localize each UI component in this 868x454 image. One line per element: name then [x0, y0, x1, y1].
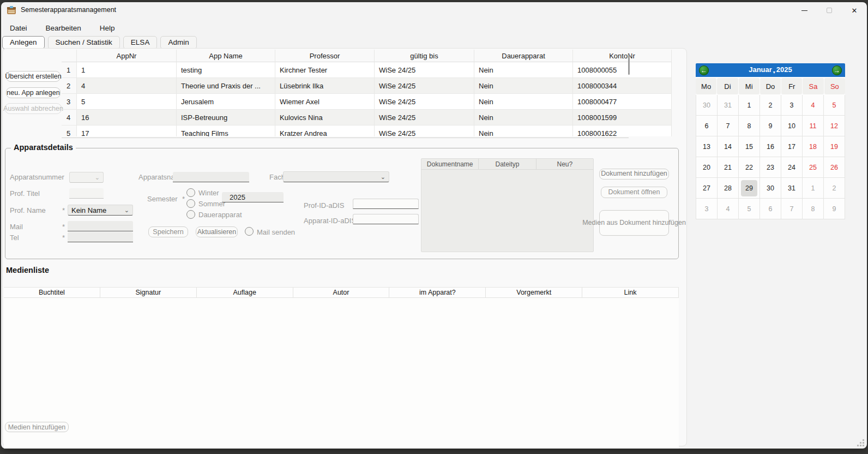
- semester-year-input[interactable]: 2025: [222, 192, 284, 202]
- apps-table-scrollbar[interactable]: [628, 54, 630, 75]
- table-cell: Nein: [474, 110, 573, 126]
- calendar-day-8[interactable]: 8: [739, 116, 760, 136]
- calendar-day-4[interactable]: 4: [803, 95, 823, 115]
- calendar-day-3[interactable]: 3: [696, 199, 717, 219]
- column-header-gültig-bis[interactable]: gültig bis: [375, 50, 474, 62]
- calendar-day-4[interactable]: 4: [718, 199, 738, 219]
- table-row[interactable]: 35JerusalemWiemer AxelWiSe 24/25Nein1008…: [62, 94, 673, 110]
- medien-aus-dokument-button[interactable]: Medien aus Dokument hinzufügen: [599, 210, 669, 236]
- menu-item-help[interactable]: Help: [94, 22, 120, 34]
- speichern-button[interactable]: Speichern: [148, 226, 188, 237]
- calendar-day-12[interactable]: 12: [824, 116, 845, 136]
- table-cell: 1008000055: [573, 62, 672, 78]
- column-header-appnr[interactable]: AppNr: [77, 50, 177, 62]
- menu-item-datei[interactable]: Datei: [4, 22, 33, 34]
- calendar-day-30[interactable]: 30: [760, 178, 781, 198]
- calendar-day-5[interactable]: 5: [824, 95, 845, 115]
- maximize-button[interactable]: [817, 2, 842, 19]
- dauerapparat-radio[interactable]: [186, 210, 195, 219]
- calendar-day-1[interactable]: 1: [803, 178, 823, 198]
- table-row[interactable]: 11testingKirchner TesterWiSe 24/25Nein10…: [62, 62, 673, 78]
- sommer-radio[interactable]: [186, 199, 195, 208]
- calendar-day-28[interactable]: 28: [718, 178, 738, 198]
- tab-suchen-statistik[interactable]: Suchen / Statistik: [48, 36, 120, 49]
- calendar-title[interactable]: Januar▾2025: [696, 65, 845, 75]
- dokument-oeffnen-button[interactable]: Dokument öffnen: [601, 187, 667, 198]
- calendar-day-23[interactable]: 23: [760, 157, 781, 177]
- calendar-day-27[interactable]: 27: [696, 178, 717, 198]
- calendar-day-8[interactable]: 8: [803, 199, 823, 219]
- calendar-day-19[interactable]: 19: [824, 136, 845, 157]
- calendar-day-6[interactable]: 6: [760, 199, 781, 219]
- dauerapparat-radio-label: Dauerapparat: [198, 211, 242, 219]
- calendar-day-6[interactable]: 6: [696, 116, 717, 136]
- winter-radio[interactable]: [186, 188, 195, 197]
- prof-id-input[interactable]: [353, 199, 419, 209]
- mail-senden-checkbox[interactable]: [245, 227, 254, 236]
- calendar-day-11[interactable]: 11: [803, 116, 823, 136]
- menu-item-bearbeiten[interactable]: Bearbeiten: [40, 22, 87, 34]
- table-row[interactable]: 416ISP-BetreuungKulovics NinaWiSe 24/25N…: [62, 110, 673, 126]
- mail-input[interactable]: [68, 221, 133, 231]
- table-row[interactable]: 24Theorie und Praxis der ...Lüsebrink Il…: [62, 78, 673, 94]
- tab-anlegen[interactable]: Anlegen: [2, 36, 45, 49]
- calendar-day-17[interactable]: 17: [781, 136, 802, 157]
- chevron-down-icon: ⌄: [95, 176, 100, 180]
- calendar-day-9[interactable]: 9: [824, 199, 845, 219]
- tab-admin[interactable]: Admin: [160, 36, 196, 49]
- tel-input[interactable]: [68, 232, 133, 242]
- calendar-day-2[interactable]: 2: [760, 95, 781, 115]
- calendar-day-1[interactable]: 1: [739, 95, 760, 115]
- close-button[interactable]: ✕: [842, 2, 867, 19]
- sidebar-button-auswahl-abbrechen: Auswahl abbrechen: [5, 103, 62, 114]
- apparatsname-input[interactable]: [173, 172, 249, 182]
- calendar-day-2[interactable]: 2: [824, 178, 845, 198]
- calendar-day-25[interactable]: 25: [803, 157, 823, 177]
- arrow-right-icon: →: [834, 67, 840, 74]
- aktualisieren-button[interactable]: Aktualisieren: [196, 226, 238, 237]
- calendar-day-5[interactable]: 5: [739, 199, 760, 219]
- minimize-button[interactable]: [792, 2, 817, 19]
- calendar-day-15[interactable]: 15: [739, 136, 760, 157]
- calendar-day-10[interactable]: 10: [781, 116, 802, 136]
- calendar-next-button[interactable]: →: [832, 65, 842, 75]
- calendar-day-26[interactable]: 26: [824, 157, 845, 177]
- calendar-day-18[interactable]: 18: [803, 136, 823, 157]
- arrow-left-icon: ←: [701, 67, 707, 74]
- calendar-day-29[interactable]: 29: [739, 178, 760, 198]
- apparatsdetails-group: Apparatsdetails Apparatsnummer ⌄ Apparat…: [5, 148, 679, 259]
- calendar-dayname-so: So: [824, 78, 845, 94]
- prof-name-select[interactable]: Kein Name⌄: [68, 205, 133, 216]
- column-header-dauerapparat[interactable]: Dauerapparat: [474, 50, 573, 62]
- calendar-day-13[interactable]: 13: [696, 136, 717, 157]
- media-column-autor: Autor: [293, 288, 390, 298]
- calendar-day-31[interactable]: 31: [718, 95, 738, 115]
- calendar-day-31[interactable]: 31: [781, 178, 802, 198]
- table-row[interactable]: 517Teaching FilmsKratzer AndreaWiSe 24/2…: [62, 126, 673, 136]
- calendar-day-3[interactable]: 3: [781, 95, 802, 115]
- dokument-hinzufuegen-button[interactable]: Dokument hinzufügen: [599, 169, 669, 180]
- table-cell: Kulovics Nina: [275, 110, 375, 126]
- resize-grip[interactable]: [858, 440, 864, 446]
- calendar-day-30[interactable]: 30: [696, 95, 717, 115]
- calendar-day-21[interactable]: 21: [718, 157, 738, 177]
- calendar-day-24[interactable]: 24: [781, 157, 802, 177]
- calendar-day-14[interactable]: 14: [718, 136, 738, 157]
- calendar-day-7[interactable]: 7: [781, 199, 802, 219]
- medienliste-header: BuchtitelSignaturAuflageAutorim Apparat?…: [4, 287, 679, 298]
- apparat-id-input[interactable]: [353, 214, 419, 224]
- column-header-app-name[interactable]: App Name: [177, 50, 275, 62]
- sidebar-button-übersicht-erstellen[interactable]: Übersicht erstellen: [6, 71, 61, 82]
- column-header-kontonr[interactable]: KontoNr: [573, 50, 672, 62]
- fach-select[interactable]: ⌄: [283, 171, 389, 182]
- calendar-day-22[interactable]: 22: [739, 157, 760, 177]
- calendar-prev-button[interactable]: ←: [699, 65, 709, 75]
- calendar-day-20[interactable]: 20: [696, 157, 717, 177]
- calendar-day-9[interactable]: 9: [760, 116, 781, 136]
- tab-elsa[interactable]: ELSA: [123, 36, 158, 49]
- doc-column-dokumentname: Dokumentname: [421, 159, 479, 170]
- calendar-day-7[interactable]: 7: [718, 116, 738, 136]
- column-header-professor[interactable]: Professor: [275, 50, 375, 62]
- calendar-day-16[interactable]: 16: [760, 136, 781, 157]
- sidebar-button-neu-app-anlegen[interactable]: neu. App anlegen: [6, 87, 61, 98]
